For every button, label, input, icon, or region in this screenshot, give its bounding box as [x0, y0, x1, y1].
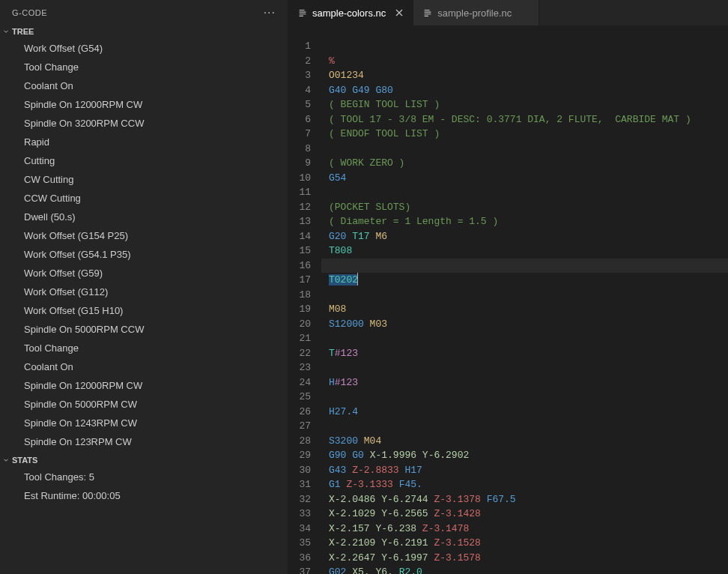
line-number: 9	[288, 156, 311, 171]
tab[interactable]: sample-profile.nc	[413, 0, 539, 25]
code-line[interactable]: ( WORK ZERO )	[321, 156, 728, 171]
line-number: 34	[288, 522, 311, 537]
file-icon	[297, 7, 308, 18]
code-line[interactable]: G90 G0 X-1.9996 Y-6.2902	[321, 448, 728, 463]
tree-item[interactable]: Spindle On 1243RPM CW	[0, 414, 288, 432]
tab[interactable]: sample-colors.nc	[288, 0, 413, 25]
tree-item[interactable]: Tool Change	[0, 58, 288, 76]
code-lines[interactable]: %O01234G40 G49 G80( BEGIN TOOL LIST )( T…	[321, 39, 728, 574]
line-number: 10	[288, 171, 311, 186]
line-number: 32	[288, 492, 311, 507]
code-line[interactable]	[321, 419, 728, 434]
line-number: 35	[288, 536, 311, 551]
stats-section-header[interactable]: STATS	[0, 454, 288, 466]
line-number: 25	[288, 390, 311, 405]
line-number: 31	[288, 477, 311, 492]
code-line[interactable]: ( ENDOF TOOL LIST )	[321, 127, 728, 142]
tree-item[interactable]: Work Offset (G54.1 P35)	[0, 245, 288, 264]
code-line[interactable]	[321, 331, 728, 346]
line-number: 12	[288, 200, 311, 215]
line-number: 8	[288, 142, 311, 157]
tree-item[interactable]: Work Offset (G15 H10)	[0, 301, 288, 320]
code-line[interactable]: G43 Z-2.8833 H17	[321, 463, 728, 478]
code-line[interactable]: X-2.0486 Y-6.2744 Z-3.1378 F67.5	[321, 492, 728, 507]
line-number: 1	[288, 39, 311, 54]
tree-item[interactable]: Spindle On 5000RPM CCW	[0, 320, 288, 339]
line-number: 13	[288, 214, 311, 229]
code-line[interactable]: X-2.2109 Y-6.2191 Z-3.1528	[321, 536, 728, 551]
code-line[interactable]: ( TOOL 17 - 3/8 EM - DESC: 0.3771 DIA, 2…	[321, 112, 728, 127]
tree-item[interactable]: Spindle On 12000RPM CW	[0, 376, 288, 395]
code-line[interactable]: S12000 M03	[321, 317, 728, 332]
line-number: 37	[288, 565, 311, 574]
line-number: 5	[288, 97, 311, 112]
stats-item: Est Runtime: 00:00:05	[0, 486, 288, 505]
stats-section-label: STATS	[12, 456, 37, 465]
tree-item[interactable]: Coolant On	[0, 357, 288, 376]
code-line[interactable]: %	[321, 54, 728, 69]
tree-item[interactable]: Spindle On 123RPM CW	[0, 432, 288, 451]
code-line[interactable]: M08	[321, 302, 728, 317]
tree-item[interactable]: Work Offset (G154 P25)	[0, 226, 288, 245]
close-icon[interactable]	[393, 7, 405, 19]
sidebar-header: G-CODE ···	[0, 0, 288, 25]
code-line[interactable]: ( Diameter = 1 Length = 1.5 )	[321, 214, 728, 229]
code-line[interactable]	[321, 185, 728, 200]
file-icon	[422, 7, 433, 18]
line-number: 7	[288, 127, 311, 142]
code-line[interactable]: X-2.157 Y-6.238 Z-3.1478	[321, 522, 728, 537]
code-line[interactable]: T0202	[321, 273, 728, 288]
line-number: 28	[288, 434, 311, 449]
tree-item[interactable]: Spindle On 12000RPM CW	[0, 95, 288, 114]
line-number: 17	[288, 273, 311, 288]
code-line[interactable]: (POCKET SLOTS)	[321, 200, 728, 215]
line-number: 30	[288, 463, 311, 478]
code-line[interactable]: X-2.2647 Y-6.1997 Z-3.1578	[321, 551, 728, 566]
code-line[interactable]: O01234	[321, 68, 728, 83]
tree-item[interactable]: Dwell (50.s)	[0, 208, 288, 226]
code-line[interactable]: G40 G49 G80	[321, 83, 728, 98]
tree-item[interactable]: Work Offset (G54)	[0, 39, 288, 58]
code-area[interactable]: 1234567891011121314151617181920212223242…	[288, 25, 728, 574]
line-number: 26	[288, 405, 311, 420]
line-number: 18	[288, 288, 311, 303]
code-line[interactable]: G1 Z-3.1333 F45.	[321, 477, 728, 492]
more-actions-icon[interactable]: ···	[261, 4, 279, 21]
stats-item: Tool Changes: 5	[0, 468, 288, 486]
tree-item[interactable]: Spindle On 3200RPM CCW	[0, 114, 288, 133]
tree-item[interactable]: Work Offset (G112)	[0, 283, 288, 301]
tree-item[interactable]: Work Offset (G59)	[0, 264, 288, 283]
code-line[interactable]	[321, 390, 728, 405]
tree-section-header[interactable]: TREE	[0, 25, 288, 37]
tabbar: sample-colors.ncsample-profile.nc	[288, 0, 728, 25]
code-line[interactable]: T#123	[321, 346, 728, 361]
code-line[interactable]	[321, 259, 728, 274]
line-number: 27	[288, 419, 311, 434]
code-line[interactable]	[321, 360, 728, 375]
line-number: 20	[288, 317, 311, 332]
code-line[interactable]: G54	[321, 171, 728, 186]
line-number: 23	[288, 360, 311, 375]
tree-item[interactable]: CW Cutting	[0, 170, 288, 189]
code-line[interactable]: G20 T17 M6	[321, 229, 728, 244]
tree-item[interactable]: Rapid	[0, 133, 288, 151]
code-line[interactable]: T808	[321, 244, 728, 259]
line-number: 11	[288, 185, 311, 200]
code-line[interactable]	[321, 142, 728, 157]
tree-item[interactable]: Cutting	[0, 151, 288, 170]
tree-item[interactable]: Coolant On	[0, 76, 288, 95]
code-line[interactable]	[321, 288, 728, 303]
code-line[interactable]: H#123	[321, 375, 728, 390]
code-line[interactable]: H27.4	[321, 405, 728, 420]
line-number: 19	[288, 302, 311, 317]
code-line[interactable]: ( BEGIN TOOL LIST )	[321, 97, 728, 112]
tree-item[interactable]: CCW Cutting	[0, 189, 288, 208]
code-line[interactable]: G02 X5. Y6. R2.0	[321, 565, 728, 574]
tree-item[interactable]: Tool Change	[0, 339, 288, 357]
line-number: 16	[288, 259, 311, 274]
chevron-down-icon	[1, 456, 10, 465]
code-line[interactable]: X-2.1029 Y-6.2565 Z-3.1428	[321, 507, 728, 522]
code-line[interactable]: S3200 M04	[321, 434, 728, 449]
stats-items: Tool Changes: 5Est Runtime: 00:00:05	[0, 466, 288, 508]
tree-item[interactable]: Spindle On 5000RPM CW	[0, 395, 288, 414]
